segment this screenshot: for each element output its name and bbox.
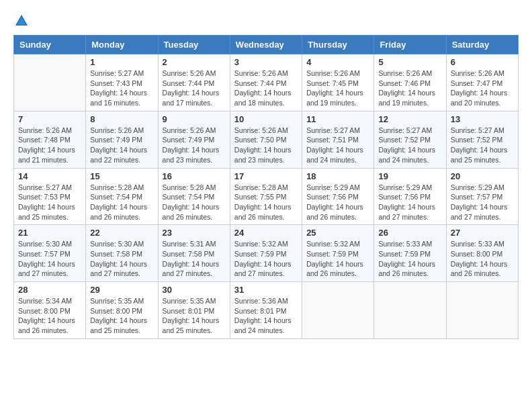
cell-content: Sunrise: 5:30 AM Sunset: 7:58 PM Dayligh… bbox=[90, 239, 153, 279]
cell-content: Sunrise: 5:26 AM Sunset: 7:44 PM Dayligh… bbox=[234, 68, 298, 108]
cell-content: Sunrise: 5:33 AM Sunset: 7:59 PM Dayligh… bbox=[378, 239, 441, 279]
calendar-cell: 2Sunrise: 5:26 AM Sunset: 7:44 PM Daylig… bbox=[158, 54, 230, 111]
logo-icon bbox=[14, 13, 29, 28]
day-number: 11 bbox=[306, 114, 369, 124]
day-of-week-header: Monday bbox=[86, 36, 158, 54]
calendar-cell: 25Sunrise: 5:32 AM Sunset: 7:59 PM Dayli… bbox=[302, 225, 374, 282]
day-number: 16 bbox=[163, 171, 226, 181]
cell-content: Sunrise: 5:26 AM Sunset: 7:47 PM Dayligh… bbox=[451, 68, 514, 108]
calendar-cell: 26Sunrise: 5:33 AM Sunset: 7:59 PM Dayli… bbox=[374, 225, 446, 282]
day-number: 30 bbox=[163, 285, 226, 295]
cell-content: Sunrise: 5:26 AM Sunset: 7:46 PM Dayligh… bbox=[378, 68, 441, 108]
day-number: 12 bbox=[378, 114, 441, 124]
cell-content: Sunrise: 5:35 AM Sunset: 8:01 PM Dayligh… bbox=[163, 296, 226, 336]
calendar-cell: 31Sunrise: 5:36 AM Sunset: 8:01 PM Dayli… bbox=[230, 282, 302, 339]
day-of-week-header: Friday bbox=[374, 36, 446, 54]
cell-content: Sunrise: 5:27 AM Sunset: 7:51 PM Dayligh… bbox=[306, 126, 369, 165]
day-of-week-header: Wednesday bbox=[230, 36, 302, 54]
cell-content: Sunrise: 5:27 AM Sunset: 7:53 PM Dayligh… bbox=[18, 183, 81, 222]
day-number: 4 bbox=[306, 57, 369, 67]
day-number: 13 bbox=[451, 114, 514, 124]
day-number: 5 bbox=[378, 57, 441, 67]
calendar-cell bbox=[302, 282, 374, 339]
cell-content: Sunrise: 5:34 AM Sunset: 8:00 PM Dayligh… bbox=[18, 296, 81, 336]
day-number: 2 bbox=[163, 57, 226, 67]
day-number: 20 bbox=[451, 171, 514, 181]
calendar-cell: 10Sunrise: 5:26 AM Sunset: 7:50 PM Dayli… bbox=[230, 111, 302, 168]
calendar-week-row: 14Sunrise: 5:27 AM Sunset: 7:53 PM Dayli… bbox=[14, 168, 519, 225]
cell-content: Sunrise: 5:29 AM Sunset: 7:57 PM Dayligh… bbox=[451, 183, 514, 222]
calendar-cell: 11Sunrise: 5:27 AM Sunset: 7:51 PM Dayli… bbox=[302, 111, 374, 168]
calendar-cell: 13Sunrise: 5:27 AM Sunset: 7:52 PM Dayli… bbox=[446, 111, 518, 168]
calendar-week-row: 21Sunrise: 5:30 AM Sunset: 7:57 PM Dayli… bbox=[14, 225, 519, 282]
cell-content: Sunrise: 5:36 AM Sunset: 8:01 PM Dayligh… bbox=[234, 296, 298, 336]
calendar-week-row: 7Sunrise: 5:26 AM Sunset: 7:48 PM Daylig… bbox=[14, 111, 519, 168]
day-of-week-header: Saturday bbox=[446, 36, 518, 54]
day-number: 26 bbox=[378, 228, 441, 238]
cell-content: Sunrise: 5:33 AM Sunset: 8:00 PM Dayligh… bbox=[451, 239, 514, 279]
day-number: 6 bbox=[451, 57, 514, 67]
calendar-cell: 7Sunrise: 5:26 AM Sunset: 7:48 PM Daylig… bbox=[14, 111, 86, 168]
cell-content: Sunrise: 5:26 AM Sunset: 7:49 PM Dayligh… bbox=[163, 126, 226, 165]
calendar-cell: 24Sunrise: 5:32 AM Sunset: 7:59 PM Dayli… bbox=[230, 225, 302, 282]
day-number: 31 bbox=[234, 285, 298, 295]
calendar-table: SundayMondayTuesdayWednesdayThursdayFrid… bbox=[13, 35, 519, 339]
day-number: 24 bbox=[234, 228, 298, 238]
calendar-cell: 20Sunrise: 5:29 AM Sunset: 7:57 PM Dayli… bbox=[446, 168, 518, 225]
calendar-cell: 21Sunrise: 5:30 AM Sunset: 7:57 PM Dayli… bbox=[14, 225, 86, 282]
cell-content: Sunrise: 5:32 AM Sunset: 7:59 PM Dayligh… bbox=[306, 239, 369, 279]
day-number: 7 bbox=[18, 114, 81, 124]
cell-content: Sunrise: 5:26 AM Sunset: 7:49 PM Dayligh… bbox=[90, 126, 153, 165]
day-number: 25 bbox=[306, 228, 369, 238]
cell-content: Sunrise: 5:26 AM Sunset: 7:44 PM Dayligh… bbox=[163, 68, 226, 108]
day-number: 15 bbox=[90, 171, 153, 181]
cell-content: Sunrise: 5:29 AM Sunset: 7:56 PM Dayligh… bbox=[306, 183, 369, 222]
calendar-cell: 29Sunrise: 5:35 AM Sunset: 8:00 PM Dayli… bbox=[86, 282, 158, 339]
day-number: 23 bbox=[163, 228, 226, 238]
cell-content: Sunrise: 5:27 AM Sunset: 7:52 PM Dayligh… bbox=[378, 126, 441, 165]
calendar-week-row: 28Sunrise: 5:34 AM Sunset: 8:00 PM Dayli… bbox=[14, 282, 519, 339]
day-number: 1 bbox=[90, 57, 153, 67]
calendar-cell: 5Sunrise: 5:26 AM Sunset: 7:46 PM Daylig… bbox=[374, 54, 446, 111]
page-header bbox=[13, 13, 519, 28]
calendar-cell bbox=[374, 282, 446, 339]
day-of-week-header: Tuesday bbox=[158, 36, 230, 54]
cell-content: Sunrise: 5:28 AM Sunset: 7:55 PM Dayligh… bbox=[234, 183, 298, 222]
calendar-cell: 3Sunrise: 5:26 AM Sunset: 7:44 PM Daylig… bbox=[230, 54, 302, 111]
cell-content: Sunrise: 5:26 AM Sunset: 7:50 PM Dayligh… bbox=[234, 126, 298, 165]
cell-content: Sunrise: 5:29 AM Sunset: 7:56 PM Dayligh… bbox=[378, 183, 441, 222]
day-number: 29 bbox=[90, 285, 153, 295]
day-of-week-header: Sunday bbox=[14, 36, 86, 54]
day-number: 17 bbox=[234, 171, 298, 181]
cell-content: Sunrise: 5:26 AM Sunset: 7:45 PM Dayligh… bbox=[306, 68, 369, 108]
day-number: 22 bbox=[90, 228, 153, 238]
calendar-cell: 18Sunrise: 5:29 AM Sunset: 7:56 PM Dayli… bbox=[302, 168, 374, 225]
calendar-cell: 23Sunrise: 5:31 AM Sunset: 7:58 PM Dayli… bbox=[158, 225, 230, 282]
day-number: 21 bbox=[18, 228, 81, 238]
calendar-cell: 22Sunrise: 5:30 AM Sunset: 7:58 PM Dayli… bbox=[86, 225, 158, 282]
calendar-header-row: SundayMondayTuesdayWednesdayThursdayFrid… bbox=[14, 36, 519, 54]
calendar-cell: 8Sunrise: 5:26 AM Sunset: 7:49 PM Daylig… bbox=[86, 111, 158, 168]
day-number: 9 bbox=[163, 114, 226, 124]
cell-content: Sunrise: 5:26 AM Sunset: 7:48 PM Dayligh… bbox=[18, 126, 81, 165]
calendar-cell: 4Sunrise: 5:26 AM Sunset: 7:45 PM Daylig… bbox=[302, 54, 374, 111]
calendar-cell: 30Sunrise: 5:35 AM Sunset: 8:01 PM Dayli… bbox=[158, 282, 230, 339]
calendar-cell: 12Sunrise: 5:27 AM Sunset: 7:52 PM Dayli… bbox=[374, 111, 446, 168]
cell-content: Sunrise: 5:32 AM Sunset: 7:59 PM Dayligh… bbox=[234, 239, 298, 279]
day-number: 28 bbox=[18, 285, 81, 295]
calendar-cell: 16Sunrise: 5:28 AM Sunset: 7:54 PM Dayli… bbox=[158, 168, 230, 225]
calendar-cell: 14Sunrise: 5:27 AM Sunset: 7:53 PM Dayli… bbox=[14, 168, 86, 225]
calendar-cell: 19Sunrise: 5:29 AM Sunset: 7:56 PM Dayli… bbox=[374, 168, 446, 225]
cell-content: Sunrise: 5:30 AM Sunset: 7:57 PM Dayligh… bbox=[18, 239, 81, 279]
cell-content: Sunrise: 5:28 AM Sunset: 7:54 PM Dayligh… bbox=[90, 183, 153, 222]
day-number: 14 bbox=[18, 171, 81, 181]
calendar-cell: 15Sunrise: 5:28 AM Sunset: 7:54 PM Dayli… bbox=[86, 168, 158, 225]
calendar-cell: 28Sunrise: 5:34 AM Sunset: 8:00 PM Dayli… bbox=[14, 282, 86, 339]
calendar-cell bbox=[14, 54, 86, 111]
calendar-cell: 17Sunrise: 5:28 AM Sunset: 7:55 PM Dayli… bbox=[230, 168, 302, 225]
calendar-cell bbox=[446, 282, 518, 339]
cell-content: Sunrise: 5:27 AM Sunset: 7:52 PM Dayligh… bbox=[451, 126, 514, 165]
day-of-week-header: Thursday bbox=[302, 36, 374, 54]
logo bbox=[13, 13, 30, 28]
calendar-cell: 1Sunrise: 5:27 AM Sunset: 7:43 PM Daylig… bbox=[86, 54, 158, 111]
